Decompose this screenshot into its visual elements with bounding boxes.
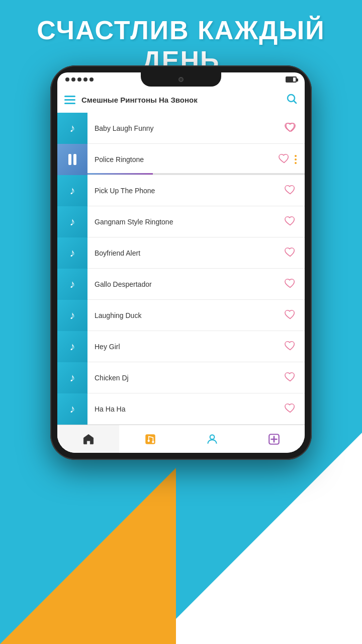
music-note-icon-3: ♪ <box>70 184 75 197</box>
song-item-9[interactable]: ♪ Chicken Dj <box>57 362 305 393</box>
heart-icon-10 <box>285 403 296 414</box>
heart-button-2[interactable] <box>279 153 290 166</box>
svg-point-4 <box>152 441 154 443</box>
bg-triangle-white <box>151 433 362 644</box>
music-icon <box>144 433 157 446</box>
song-name-5: Boyfriend Alert <box>87 249 285 257</box>
signal-dot-5 <box>89 77 94 82</box>
song-name-6: Gallo Despertador <box>87 280 285 288</box>
progress-fill <box>87 173 153 175</box>
song-item-6[interactable]: ♪ Gallo Despertador <box>57 269 305 300</box>
heart-icon-1 <box>285 122 296 133</box>
music-note-icon-8: ♪ <box>70 340 75 353</box>
more-dot-1 <box>295 155 297 157</box>
nav-profile[interactable] <box>181 425 243 453</box>
more-dot-3 <box>295 162 297 164</box>
song-icon-9: ♪ <box>57 362 87 393</box>
song-icon-10: ♪ <box>57 393 87 425</box>
person-icon <box>206 433 219 446</box>
song-name-9: Chicken Dj <box>87 374 285 382</box>
song-icon-8: ♪ <box>57 331 87 362</box>
camera-notch <box>178 77 184 82</box>
hamburger-line-3 <box>64 103 75 104</box>
phone-screen: Смешные Рингтоны На Звонок ♪ Baby Laugh … <box>57 87 305 453</box>
phone-shell: Смешные Рингтоны На Звонок ♪ Baby Laugh … <box>50 65 312 460</box>
heart-button-7[interactable] <box>285 309 296 322</box>
music-note-icon-6: ♪ <box>70 278 75 291</box>
bottom-nav <box>57 425 305 453</box>
heart-icon-9 <box>285 371 296 382</box>
search-icon <box>286 93 298 105</box>
search-button[interactable] <box>286 93 298 107</box>
song-icon-5: ♪ <box>57 237 87 269</box>
song-icon-1: ♪ <box>57 113 87 144</box>
heart-button-6[interactable] <box>285 278 296 291</box>
pause-bar-1 <box>68 154 71 165</box>
song-item-5[interactable]: ♪ Boyfriend Alert <box>57 237 305 269</box>
hamburger-line-2 <box>64 99 75 101</box>
nav-home[interactable] <box>57 425 119 453</box>
heart-icon-7 <box>285 309 296 320</box>
progress-bar <box>87 173 305 175</box>
song-icon-7: ♪ <box>57 300 87 331</box>
song-item-7[interactable]: ♪ Laughing Duck <box>57 300 305 331</box>
phone-mockup: Смешные Рингтоны На Звонок ♪ Baby Laugh … <box>50 65 312 460</box>
status-dots <box>65 77 94 82</box>
signal-dot-3 <box>77 77 81 82</box>
heart-button-9[interactable] <box>285 371 296 384</box>
song-item-10[interactable]: ♪ Ha Ha Ha <box>57 393 305 425</box>
heart-button-5[interactable] <box>285 247 296 260</box>
signal-dot-2 <box>71 77 75 82</box>
svg-point-3 <box>147 440 149 442</box>
nav-music[interactable] <box>119 425 181 453</box>
song-name-2: Police Ringtone <box>87 155 279 164</box>
music-note-icon-4: ♪ <box>70 215 75 228</box>
signal-dot-1 <box>65 77 69 82</box>
signal-dot-4 <box>83 77 87 82</box>
heart-button-1[interactable] <box>285 122 296 135</box>
music-note-icon-5: ♪ <box>70 247 75 260</box>
phone-notch <box>141 72 221 87</box>
svg-point-5 <box>210 435 214 439</box>
music-note-icon-10: ♪ <box>70 403 75 416</box>
song-item-3[interactable]: ♪ Pick Up The Phone <box>57 175 305 206</box>
pause-icon <box>68 154 76 165</box>
svg-line-1 <box>294 101 297 104</box>
nav-add[interactable] <box>243 425 305 453</box>
heart-icon-2 <box>279 153 290 164</box>
hamburger-button[interactable] <box>64 96 75 104</box>
heart-icon-3 <box>285 184 296 195</box>
song-item-8[interactable]: ♪ Hey Girl <box>57 331 305 362</box>
app-header: Смешные Рингтоны На Звонок <box>57 87 305 113</box>
heart-icon-8 <box>285 340 296 351</box>
home-icon <box>82 433 95 446</box>
music-note-icon-7: ♪ <box>70 309 75 322</box>
song-item-4[interactable]: ♪ Gangnam Style Ringtone <box>57 206 305 237</box>
app-header-title: Смешные Рингтоны На Звонок <box>81 96 280 104</box>
song-name-1: Baby Laugh Funny <box>87 124 285 132</box>
song-item-1[interactable]: ♪ Baby Laugh Funny <box>57 113 305 144</box>
song-item-2[interactable]: Police Ringtone <box>57 144 305 175</box>
song-icon-6: ♪ <box>57 269 87 300</box>
heart-button-3[interactable] <box>285 184 296 197</box>
more-button-2[interactable] <box>293 153 299 166</box>
more-dot-2 <box>295 158 297 160</box>
hamburger-line-1 <box>64 96 75 97</box>
add-icon <box>267 433 281 446</box>
song-name-8: Hey Girl <box>87 343 285 351</box>
heart-icon-4 <box>285 215 296 226</box>
song-name-7: Laughing Duck <box>87 311 285 319</box>
heart-button-8[interactable] <box>285 340 296 353</box>
battery-indicator <box>286 76 297 83</box>
song-name-3: Pick Up The Phone <box>87 187 285 195</box>
heart-button-4[interactable] <box>285 215 296 228</box>
heart-button-10[interactable] <box>285 403 296 416</box>
music-note-icon-1: ♪ <box>70 122 75 135</box>
heart-icon-5 <box>285 247 296 258</box>
song-icon-4: ♪ <box>57 206 87 237</box>
heart-icon-6 <box>285 278 296 289</box>
music-note-icon-9: ♪ <box>70 371 75 384</box>
bg-triangle-yellow <box>0 468 176 644</box>
song-icon-3: ♪ <box>57 175 87 206</box>
pause-bar-2 <box>73 154 76 165</box>
